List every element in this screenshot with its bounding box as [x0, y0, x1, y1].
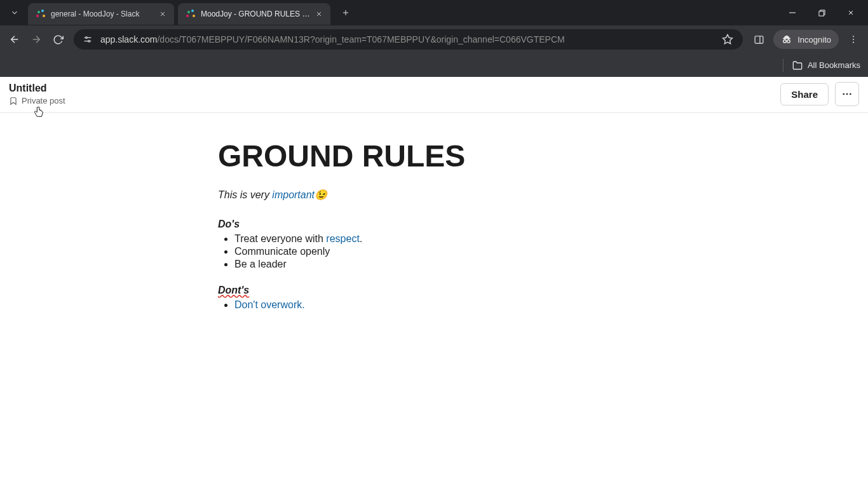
doc-intro: This is very important😉 — [218, 189, 675, 201]
window-controls — [778, 3, 865, 23]
back-button[interactable] — [4, 29, 25, 50]
svg-point-27 — [783, 40, 787, 43]
chevron-down-icon — [10, 8, 19, 17]
doc-header: Untitled Private post Share — [0, 77, 868, 113]
tab-title-0: general - MoodJoy - Slack — [51, 10, 154, 18]
donts-list: Don't overwork. — [218, 299, 675, 311]
bookmark-icon — [9, 97, 18, 105]
doc-header-actions: Share — [780, 82, 859, 106]
svg-rect-1 — [41, 10, 44, 12]
svg-rect-7 — [191, 10, 194, 12]
slack-favicon-icon — [186, 9, 196, 19]
intro-link[interactable]: important — [272, 189, 315, 200]
new-tab-button[interactable] — [337, 4, 355, 22]
list-item: Treat everyone with respect. — [234, 233, 675, 245]
incognito-chip[interactable]: Incognito — [773, 30, 839, 49]
list-item: Don't overwork. — [234, 299, 675, 311]
share-button[interactable]: Share — [780, 83, 829, 105]
svg-rect-8 — [193, 15, 195, 17]
svg-rect-15 — [818, 11, 823, 15]
bookmarks-separator — [783, 59, 783, 72]
chrome-menu-button[interactable] — [843, 29, 864, 50]
close-icon — [315, 10, 323, 18]
forward-button[interactable] — [25, 29, 47, 50]
panel-icon — [754, 34, 764, 45]
svg-point-31 — [853, 39, 854, 40]
plus-icon — [341, 8, 350, 17]
window-maximize-button[interactable] — [807, 3, 836, 23]
reload-icon — [53, 34, 64, 45]
tab-search-dropdown[interactable] — [5, 3, 24, 22]
browser-toolbar: app.slack.com/docs/T067MEBPPUY/F066NAMN1… — [0, 25, 868, 53]
list-item: Communicate openly — [234, 245, 675, 258]
arrow-right-icon — [31, 34, 42, 45]
svg-rect-3 — [37, 11, 40, 13]
all-bookmarks-label: All Bookmarks — [808, 60, 860, 70]
dos-heading: Do's — [218, 219, 675, 230]
slack-favicon-icon — [36, 9, 46, 19]
close-icon — [159, 10, 166, 18]
doc-h1: GROUND RULES — [218, 139, 675, 173]
doc-header-left: Untitled Private post — [9, 83, 65, 105]
svg-rect-0 — [36, 15, 39, 17]
svg-rect-9 — [187, 11, 190, 13]
doc-header-title: Untitled — [9, 83, 65, 94]
tab-active-1[interactable]: MoodJoy - GROUND RULES - S — [178, 3, 330, 25]
close-icon — [847, 9, 855, 17]
reload-button[interactable] — [47, 29, 69, 50]
svg-rect-6 — [186, 15, 189, 17]
donts-heading: Dont's — [218, 285, 675, 296]
arrow-left-icon — [9, 34, 20, 45]
svg-point-30 — [853, 36, 854, 37]
svg-point-23 — [88, 40, 90, 42]
minimize-icon — [789, 9, 796, 17]
maximize-icon — [818, 10, 825, 17]
page-content: Untitled Private post Share GROUND RULES… — [0, 77, 868, 488]
doc-inner[interactable]: GROUND RULES This is very important😉 Do'… — [218, 139, 675, 311]
svg-point-35 — [850, 93, 851, 95]
wink-emoji-icon: 😉 — [315, 189, 327, 200]
tab-close-0[interactable] — [158, 9, 168, 19]
browser-chrome: general - MoodJoy - Slack MoodJoy - GROU… — [0, 0, 868, 77]
tab-strip: general - MoodJoy - Slack MoodJoy - GROU… — [0, 0, 868, 25]
side-panel-button[interactable] — [748, 29, 770, 50]
donts-link-overwork[interactable]: Don't overwork. — [234, 299, 305, 310]
tab-title-1: MoodJoy - GROUND RULES - S — [201, 10, 310, 18]
ellipsis-icon — [841, 88, 853, 100]
svg-point-21 — [86, 37, 88, 39]
window-close-button[interactable] — [836, 3, 865, 23]
svg-point-28 — [787, 40, 790, 43]
folder-icon — [792, 60, 803, 71]
list-item: Be a leader — [234, 258, 675, 271]
svg-point-32 — [853, 42, 854, 43]
doc-body: GROUND RULES This is very important😉 Do'… — [0, 113, 868, 311]
tab-inactive-0[interactable]: general - MoodJoy - Slack — [28, 3, 174, 25]
tune-icon — [83, 34, 93, 44]
url-text: app.slack.com/docs/T067MEBPPUY/F066NAMN1… — [100, 34, 565, 44]
svg-point-33 — [843, 93, 844, 95]
privacy-label: Private post — [22, 96, 65, 105]
svg-point-34 — [846, 93, 848, 95]
bookmarks-bar: All Bookmarks — [0, 53, 868, 77]
kebab-icon — [848, 34, 858, 44]
url-bar[interactable]: app.slack.com/docs/T067MEBPPUY/F066NAMN1… — [74, 29, 743, 50]
star-icon — [722, 34, 733, 45]
dos-link-respect[interactable]: respect — [326, 233, 359, 244]
all-bookmarks-button[interactable]: All Bookmarks — [792, 60, 860, 71]
svg-rect-2 — [43, 15, 45, 17]
privacy-indicator[interactable]: Private post — [9, 96, 65, 105]
tab-close-1[interactable] — [314, 9, 324, 19]
window-minimize-button[interactable] — [778, 3, 807, 23]
incognito-icon — [781, 34, 792, 45]
incognito-label: Incognito — [797, 35, 831, 44]
bookmark-star-button[interactable] — [720, 32, 735, 47]
svg-rect-25 — [755, 36, 763, 43]
more-actions-button[interactable] — [835, 82, 859, 106]
svg-marker-24 — [723, 35, 733, 44]
site-info-icon[interactable] — [81, 33, 94, 46]
dos-list: Treat everyone with respect. Communicate… — [218, 233, 675, 271]
